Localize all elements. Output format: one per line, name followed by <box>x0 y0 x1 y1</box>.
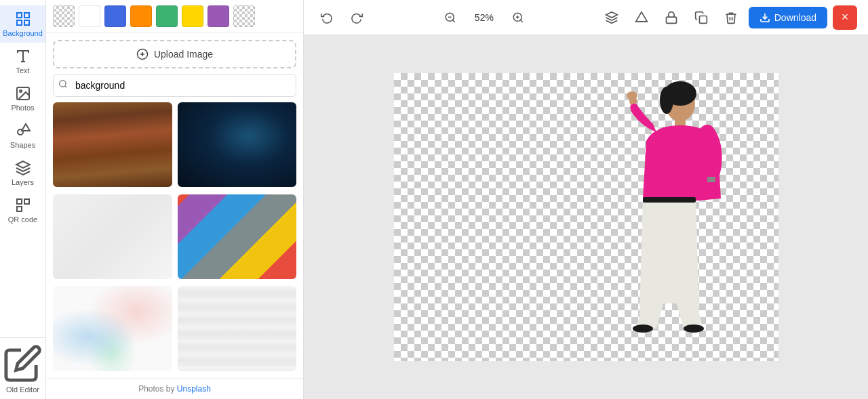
svg-point-38 <box>660 87 673 114</box>
canvas-area <box>304 35 868 399</box>
zoom-out-button[interactable] <box>438 5 462 30</box>
toolbar-right: Download × <box>599 5 857 30</box>
duplicate-toolbar-icon <box>694 11 708 24</box>
shape-toolbar-button[interactable] <box>629 5 654 30</box>
svg-rect-34 <box>699 16 707 23</box>
download-button[interactable]: Download <box>749 7 827 28</box>
svg-point-44 <box>684 324 704 333</box>
close-icon: × <box>842 10 849 24</box>
sidebar-item-label: Text <box>16 66 29 75</box>
sidebar-item-layers[interactable]: Layers <box>0 154 45 192</box>
svg-rect-3 <box>24 20 29 25</box>
upload-image-button[interactable]: Upload Image <box>53 40 296 68</box>
close-button[interactable]: × <box>833 5 857 30</box>
svg-line-29 <box>520 20 522 22</box>
swatch-white[interactable] <box>79 5 100 27</box>
search-input[interactable] <box>53 74 296 97</box>
search-icon <box>58 79 68 91</box>
zoom-level: 52% <box>468 12 500 23</box>
text-icon <box>15 48 31 64</box>
download-icon <box>760 12 770 23</box>
swatches-row <box>46 0 303 33</box>
svg-point-7 <box>20 90 22 92</box>
zoom-in-icon <box>512 12 524 24</box>
swatch-checker1[interactable] <box>53 5 75 27</box>
background-image-wood[interactable] <box>53 102 172 187</box>
swatch-green[interactable] <box>156 5 178 27</box>
delete-toolbar-icon <box>724 11 738 24</box>
svg-rect-0 <box>17 13 22 18</box>
sidebar-item-old-editor[interactable]: Old Editor <box>0 337 45 399</box>
search-row <box>53 74 296 97</box>
svg-rect-11 <box>17 199 22 204</box>
swatch-checker2[interactable] <box>233 5 255 27</box>
svg-marker-32 <box>606 12 617 17</box>
sidebar-item-photos[interactable]: Photos <box>0 80 45 117</box>
sidebar-item-label: Background <box>3 29 43 37</box>
svg-marker-9 <box>22 124 30 131</box>
svg-point-41 <box>627 91 637 100</box>
duplicate-toolbar-button[interactable] <box>689 5 713 30</box>
svg-line-26 <box>452 20 454 22</box>
svg-rect-1 <box>24 13 29 18</box>
background-image-white-texture[interactable] <box>53 194 172 279</box>
svg-rect-33 <box>666 17 676 23</box>
shape-toolbar-icon <box>635 11 648 24</box>
toolbar: 52% <box>304 0 868 35</box>
background-image-dark-blue[interactable] <box>178 102 297 187</box>
svg-rect-13 <box>17 207 22 211</box>
background-image-colorful-stripes[interactable] <box>178 194 297 279</box>
sidebar-item-label: Photos <box>11 104 34 112</box>
layers-icon <box>15 160 31 176</box>
background-image-watercolor[interactable] <box>53 286 172 371</box>
upload-icon <box>136 48 149 60</box>
sidebar-item-background[interactable]: Background <box>0 5 45 43</box>
sidebar-item-shapes[interactable]: Shapes <box>0 117 45 154</box>
main-area: 52% <box>304 0 868 399</box>
sidebar-item-label: QR code <box>8 215 37 224</box>
sidebar: Background Text Photos Shapes Layers <box>0 0 46 399</box>
layers-toolbar-button[interactable] <box>599 5 624 30</box>
zoom-in-button[interactable] <box>506 5 530 30</box>
svg-rect-42 <box>643 197 696 203</box>
svg-line-24 <box>65 86 67 88</box>
undo-icon <box>321 12 333 24</box>
zoom-out-icon <box>444 12 456 24</box>
attribution: Photos by Unsplash <box>46 378 303 399</box>
swatch-blue[interactable] <box>104 5 126 27</box>
svg-rect-2 <box>17 20 22 25</box>
sidebar-bottom: Old Editor <box>0 337 45 399</box>
upload-image-label: Upload Image <box>154 49 213 60</box>
swatch-yellow[interactable] <box>182 5 203 27</box>
sidebar-item-label: Layers <box>12 178 34 186</box>
delete-toolbar-button[interactable] <box>719 5 743 30</box>
redo-button[interactable] <box>344 5 369 30</box>
shapes-icon <box>15 123 31 139</box>
svg-point-23 <box>60 81 66 87</box>
undo-button[interactable] <box>315 5 339 30</box>
svg-rect-45 <box>707 177 715 182</box>
layers-toolbar-icon <box>605 11 618 24</box>
svg-rect-12 <box>24 199 29 204</box>
sidebar-item-text[interactable]: Text <box>0 43 45 80</box>
edit-icon <box>3 343 43 383</box>
toolbar-left <box>315 5 369 30</box>
grid-icon <box>15 11 31 27</box>
svg-marker-10 <box>16 161 30 168</box>
background-panel: Upload Image Photos by Unsplash <box>46 0 304 399</box>
download-label: Download <box>774 12 816 23</box>
redo-icon <box>351 12 363 24</box>
sidebar-item-qrcode[interactable]: QR code <box>0 192 45 229</box>
attribution-text: Photos by <box>138 384 177 394</box>
background-image-white-waves[interactable] <box>178 286 297 371</box>
swatch-purple[interactable] <box>208 5 229 27</box>
canvas-background <box>394 73 778 361</box>
sidebar-item-label: Shapes <box>10 141 35 149</box>
svg-point-43 <box>633 324 653 333</box>
swatch-orange[interactable] <box>130 5 152 27</box>
toolbar-center: 52% <box>374 5 594 30</box>
qr-icon <box>15 197 31 213</box>
attribution-link[interactable]: Unsplash <box>177 384 211 394</box>
lock-toolbar-button[interactable] <box>659 5 684 30</box>
image-grid <box>46 102 303 378</box>
